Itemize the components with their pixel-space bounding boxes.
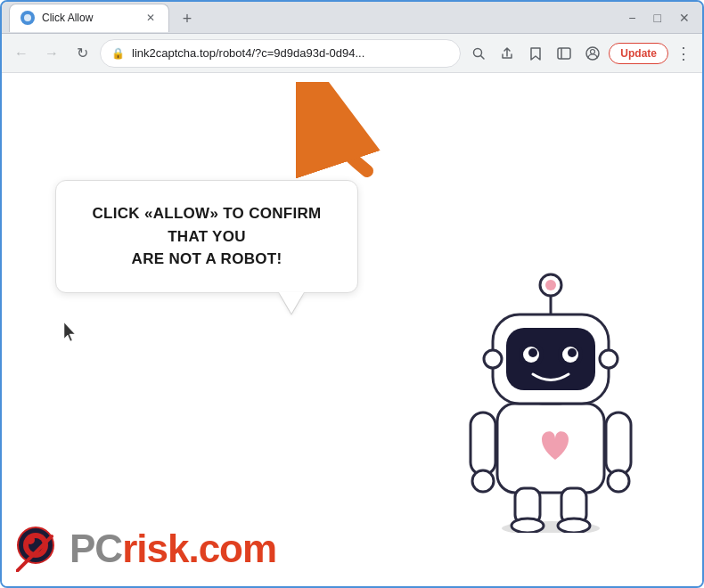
pcrisk-text: PCrisk.com	[70, 527, 276, 571]
svg-rect-10	[471, 412, 495, 475]
page-content: CLICK «ALLOW» TO CONFIRM THAT YOU ARE NO…	[2, 73, 702, 586]
window-controls: − □ ✕	[623, 9, 695, 27]
bookmark-icon-button[interactable]	[523, 41, 548, 66]
back-button[interactable]: ←	[9, 41, 34, 66]
robot-illustration	[453, 265, 667, 533]
maximize-button[interactable]: □	[649, 9, 667, 27]
share-icon-button[interactable]	[495, 41, 520, 66]
tab-favicon	[20, 11, 35, 25]
pcrisk-logo: PCrisk.com	[2, 519, 291, 579]
svg-point-25	[528, 348, 537, 357]
address-bar[interactable]: 🔒 link2captcha.top/robot4/?c=9d9da93d-0d…	[100, 39, 461, 68]
svg-point-35	[26, 535, 35, 544]
svg-point-11	[472, 470, 494, 492]
svg-point-0	[24, 14, 31, 21]
browser-window: Click Allow ✕ + − □ ✕ ← → ↻ 🔒 link2captc…	[0, 0, 704, 588]
refresh-button[interactable]: ↻	[70, 41, 94, 66]
active-tab[interactable]: Click Allow ✕	[9, 4, 169, 32]
svg-line-2	[481, 55, 485, 59]
profile-icon-button[interactable]	[580, 41, 605, 66]
speech-bubble: CLICK «ALLOW» TO CONFIRM THAT YOU ARE NO…	[55, 180, 358, 293]
toolbar-icons: Update ⋮	[466, 41, 695, 66]
close-window-button[interactable]: ✕	[674, 9, 695, 27]
title-bar: Click Allow ✕ + − □ ✕	[2, 2, 702, 34]
url-text: link2captcha.top/robot4/?c=9d9da93d-0d94…	[132, 46, 449, 60]
menu-button[interactable]: ⋮	[672, 44, 695, 63]
svg-point-26	[568, 348, 577, 357]
search-icon-button[interactable]	[466, 41, 491, 66]
tab-area: Click Allow ✕ +	[9, 4, 619, 32]
forward-button[interactable]: →	[39, 41, 64, 66]
svg-point-15	[512, 519, 544, 533]
tab-close-button[interactable]: ✕	[143, 11, 158, 25]
svg-point-29	[545, 280, 556, 290]
pcrisk-logo-icon	[16, 526, 62, 572]
new-tab-button[interactable]: +	[175, 7, 200, 32]
bubble-text: CLICK «ALLOW» TO CONFIRM THAT YOU ARE NO…	[83, 202, 331, 271]
lock-icon: 🔒	[111, 47, 125, 60]
svg-rect-3	[558, 48, 570, 59]
svg-point-30	[484, 350, 502, 368]
svg-point-6	[591, 49, 595, 53]
toolbar: ← → ↻ 🔒 link2captcha.top/robot4/?c=9d9da…	[2, 34, 702, 73]
svg-rect-12	[606, 412, 631, 475]
tab-title: Click Allow	[42, 12, 136, 24]
update-button[interactable]: Update	[609, 43, 668, 64]
sidebar-icon-button[interactable]	[552, 41, 577, 66]
svg-point-17	[558, 519, 590, 533]
svg-point-13	[608, 470, 629, 492]
svg-point-31	[600, 350, 618, 368]
mouse-cursor	[64, 323, 78, 347]
minimize-button[interactable]: −	[623, 9, 641, 27]
